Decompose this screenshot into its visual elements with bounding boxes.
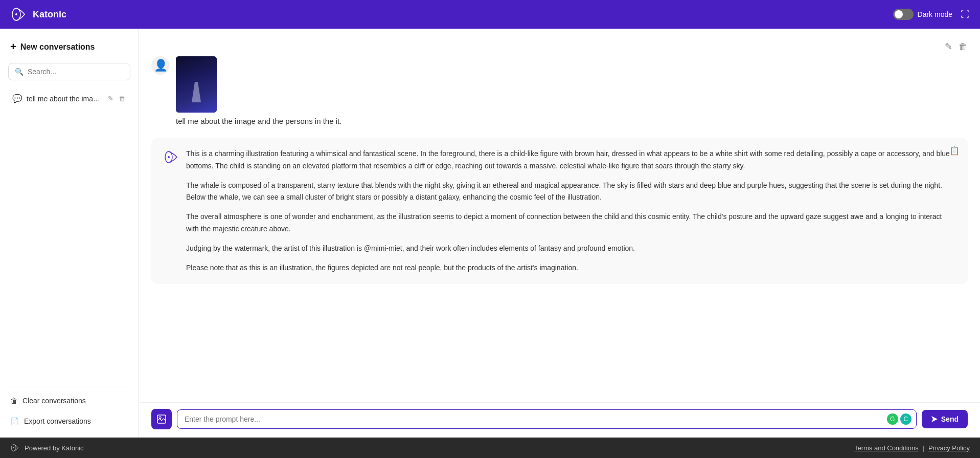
trash-icon: 🗑 [10,397,17,405]
send-icon [931,416,938,423]
edit-chat-button[interactable]: ✎ [945,41,952,52]
ai-text-content: This is a charming illustration featurin… [186,148,955,274]
conversation-icon: 💬 [12,94,22,103]
conversation-list: 💬 tell me about the image... ✎ 🗑 [8,89,130,386]
user-avatar: 👤 [151,56,170,75]
prompt-input[interactable] [177,409,917,429]
expand-icon[interactable]: ⛶ [961,9,970,20]
privacy-link[interactable]: Privacy Policy [928,444,970,452]
export-conversations-button[interactable]: 📄 Export conversations [8,413,130,429]
export-icon: 📄 [10,417,19,425]
conversation-item[interactable]: 💬 tell me about the image... ✎ 🗑 [8,89,130,108]
user-message-text: tell me about the image and the persons … [176,117,341,125]
search-icon: 🔍 [15,68,24,76]
sidebar: + New conversations 🔍 💬 tell me about th… [0,29,139,438]
main-layout: + New conversations 🔍 💬 tell me about th… [0,29,980,438]
new-conversation-label: New conversations [20,42,95,52]
dark-mode-label: Dark mode [918,10,952,18]
search-input[interactable] [28,68,124,76]
image-icon [157,415,166,424]
ai-logo-icon [164,149,180,165]
copy-response-button[interactable]: 📋 [949,146,960,156]
gpt-icon: C [900,413,911,425]
new-conversation-button[interactable]: + New conversations [8,37,130,57]
terms-link[interactable]: Terms and Conditions [854,444,919,452]
logo: Katonic [10,5,66,24]
ai-message-header: This is a charming illustration featurin… [164,148,955,274]
footer: Powered by Katonic Terms and Conditions … [0,438,980,458]
delete-conversation-button[interactable]: 🗑 [118,94,126,103]
send-button[interactable]: Send [922,410,968,428]
footer-separator: | [923,444,924,452]
attach-image-button[interactable] [151,409,172,429]
svg-point-7 [13,447,14,448]
edit-conversation-button[interactable]: ✎ [107,94,115,103]
ai-paragraph-5: Please note that as this is an illustrat… [186,262,955,274]
conversation-label: tell me about the image... [27,95,103,103]
dark-mode-toggle[interactable]: Dark mode [893,9,952,20]
ai-message: 📋 This is a charming illustration featur… [151,138,968,284]
input-area: G C Send [139,402,980,438]
logo-text: Katonic [33,9,66,20]
user-message-content: tell me about the image and the persons … [176,56,341,125]
chat-messages: ✎ 🗑 👤 tell me about the image and the pe… [139,29,980,402]
clear-conversations-label: Clear conversations [22,397,86,405]
ai-paragraph-2: The whale is composed of a transparent, … [186,180,955,204]
ai-paragraph-1: This is a charming illustration featurin… [186,148,955,172]
footer-left: Powered by Katonic [10,443,84,453]
chat-header-actions: ✎ 🗑 [945,41,968,52]
export-conversations-label: Export conversations [24,417,91,425]
conversation-actions: ✎ 🗑 [107,94,126,103]
chat-header: ✎ 🗑 [151,41,968,52]
input-suffix-icons: G C [887,413,911,425]
user-uploaded-image [176,56,217,113]
footer-right: Terms and Conditions | Privacy Policy [854,444,970,452]
svg-point-5 [159,417,161,419]
send-label: Send [941,415,959,423]
delete-chat-button[interactable]: 🗑 [959,41,968,52]
logo-icon [10,5,29,24]
user-message: 👤 tell me about the image and the person… [151,56,968,125]
grammarly-icon: G [887,413,898,425]
footer-logo-icon [10,443,20,453]
prompt-input-wrapper: G C [177,409,917,429]
ai-paragraph-3: The overall atmosphere is one of wonder … [186,211,955,235]
right-controls: Dark mode ⛶ [893,9,970,20]
clear-conversations-button[interactable]: 🗑 Clear conversations [8,392,130,409]
topbar: Katonic Dark mode ⛶ [0,0,980,29]
ai-paragraph-4: Judging by the watermark, the artist of … [186,243,955,255]
sidebar-bottom: 🗑 Clear conversations 📄 Export conversat… [8,386,130,429]
svg-point-1 [15,13,17,15]
chat-area: ✎ 🗑 👤 tell me about the image and the pe… [139,29,980,438]
dark-mode-switch[interactable] [893,9,914,20]
svg-point-3 [168,156,170,158]
plus-icon: + [10,41,16,53]
search-box: 🔍 [8,63,130,80]
powered-by-label: Powered by Katonic [25,444,84,452]
image-placeholder [176,56,217,113]
